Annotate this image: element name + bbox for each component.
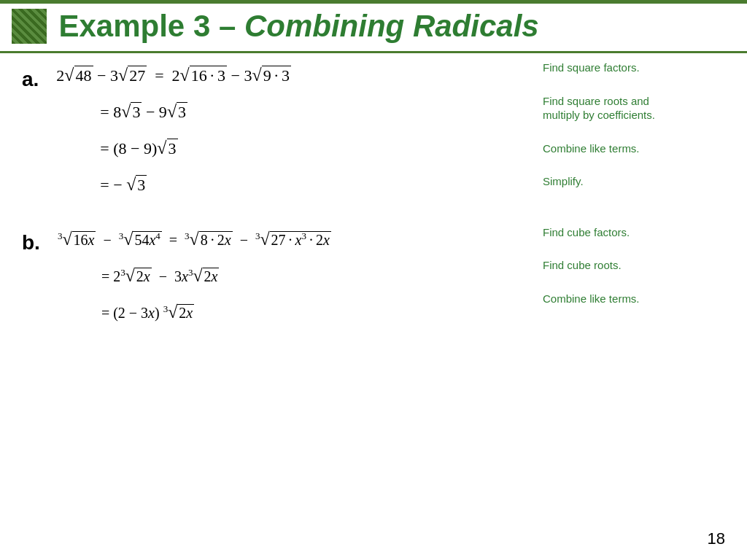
section-a-line-3: = (8 − 9)√3: [56, 133, 535, 163]
ann-a-1: Find square factors.: [543, 61, 725, 75]
page-number: 18: [708, 529, 725, 548]
section-b-line-3: = (2 − 3x) 3√2x: [58, 298, 535, 327]
section-b-label: b.: [22, 228, 40, 254]
ann-a-2: Find square roots andmultiply by coeffic…: [543, 94, 725, 122]
title-normal-part: Example 3 –: [58, 9, 244, 43]
slide-content: a. 2√48 − 3√27 = 2√16 · 3 − 3√9 · 3 = 8√…: [0, 53, 747, 352]
expr-b3: = (2 − 3x) 3√2x: [101, 303, 194, 322]
section-a-line-4: = − √3: [56, 170, 535, 199]
ann-b-3: Combine like terms.: [543, 292, 725, 306]
ann-b-2: Find cube roots.: [543, 258, 725, 273]
section-a-math: 2√48 − 3√27 = 2√16 · 3 − 3√9 · 3 = 8√3 −…: [56, 61, 535, 206]
section-b-math: 3√16x − 3√54x4 = 3√8 · 2x − 3√27 · x3 · …: [58, 225, 535, 335]
section-b-annotations: Find cube factors. Find cube roots. Comb…: [535, 225, 725, 325]
title-italic-part: Combining Radicals: [244, 9, 539, 43]
header-icon: [12, 9, 47, 44]
ann-b-1: Find cube factors.: [543, 225, 725, 240]
expr-a1: 2√48 − 3√27 = 2√16 · 3 − 3√9 · 3: [56, 66, 291, 85]
header-stripe: [0, 0, 747, 4]
expr-a3: = (8 − 9)√3: [100, 139, 177, 158]
section-a-label: a.: [22, 65, 39, 91]
section-a: a. 2√48 − 3√27 = 2√16 · 3 − 3√9 · 3 = 8√…: [22, 61, 725, 208]
slide-header: Example 3 – Combining Radicals: [0, 0, 747, 53]
section-b-line-2: = 23√2x − 3x3√2x: [58, 262, 535, 291]
section-b: b. 3√16x − 3√54x4 = 3√8 · 2x − 3√27 · x3…: [22, 225, 725, 335]
ann-a-4: Simplify.: [543, 174, 725, 189]
ann-a-3: Combine like terms.: [543, 141, 725, 156]
section-b-line-1: 3√16x − 3√54x4 = 3√8 · 2x − 3√27 · x3 · …: [58, 225, 535, 254]
expr-b2: = 23√2x − 3x3√2x: [101, 266, 220, 286]
section-a-line-1: 2√48 − 3√27 = 2√16 · 3 − 3√9 · 3: [56, 61, 535, 90]
expr-a2: = 8√3 − 9√3: [100, 102, 187, 122]
section-a-line-2: = 8√3 − 9√3: [56, 97, 535, 126]
expr-a4: = − √3: [100, 175, 147, 195]
expr-b1: 3√16x − 3√54x4 = 3√8 · 2x − 3√27 · x3 · …: [58, 230, 331, 249]
slide-title: Example 3 – Combining Radicals: [58, 9, 538, 43]
section-a-annotations: Find square factors. Find square roots a…: [535, 61, 725, 208]
